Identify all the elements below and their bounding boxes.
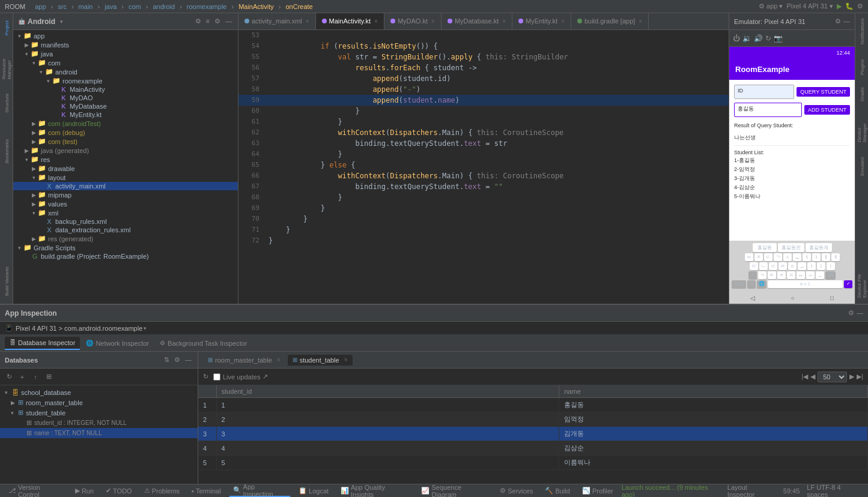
kbd-ㅔ[interactable]: ㅔ [831,253,840,261]
phone-name-input[interactable]: 홍길동 [734,103,802,117]
db-expand-icon[interactable]: ⊞ [43,372,54,382]
tab-activity-main[interactable]: activity_main.xml × [238,13,316,29]
status-profiler[interactable]: 📉 Profiler [578,484,617,497]
status-problems[interactable]: ⚠ Problems [141,484,183,497]
tab-close-activity-main[interactable]: × [306,18,309,25]
kbd-ㅛ[interactable]: ㅛ [793,253,801,261]
kbd-ㅎ[interactable]: ㅎ [788,262,797,270]
inspection-minimize-icon[interactable]: — [857,309,863,317]
tree-drawable[interactable]: ▶ 📁 drawable [13,164,238,173]
device-dropdown-arrow[interactable]: ▾ [144,325,147,331]
kbd-shift[interactable]: ⇧ [748,271,757,279]
kbd-ㅂ[interactable]: ㅂ [745,253,753,261]
device-file-explorer-icon[interactable]: Device File Explorer [855,256,869,298]
status-build[interactable]: 🔨 Build [541,484,573,497]
volume-up-icon[interactable]: 🔊 [754,34,763,43]
kbd-enter[interactable]: ✓ [844,280,852,288]
bookmarks-icon[interactable]: Bookmarks [0,139,13,163]
kbd-ㅇ[interactable]: ㅇ [769,262,777,270]
data-tab-student[interactable]: ⊞ student_table × [288,355,353,366]
kbd-ㅕ[interactable]: ㅕ [803,253,811,261]
phone-add-button[interactable]: ADD STUDENT [804,105,850,115]
status-sequence[interactable]: 📈 Sequence Diagram [417,484,491,497]
live-updates-checkbox[interactable] [213,373,220,381]
table-row[interactable]: 4 4 김삼순 [198,441,868,456]
kbd-ㅁ[interactable]: ㅁ [750,262,758,270]
phone-recents-btn[interactable]: □ [830,295,834,301]
inspection-settings-icon[interactable]: ⚙ [848,309,854,317]
phone-home-btn[interactable]: ○ [791,295,794,301]
status-terminal[interactable]: ▪ Terminal [188,484,224,497]
tree-values[interactable]: ▶ 📁 values [13,199,238,208]
student-tab-close[interactable]: × [344,357,348,363]
emulator-settings-icon[interactable]: ⚙ [835,17,841,25]
db-settings-icon[interactable]: ⚙ [173,355,181,365]
tree-android[interactable]: ▾ 📁 android [13,67,238,76]
tree-com[interactable]: ▾ 📁 com [13,58,238,67]
hide-icon[interactable]: — [224,16,233,26]
tree-backup-rules[interactable]: ▶ X backup_rules.xml [13,217,238,226]
pager-size-select[interactable]: 50 100 [818,372,847,382]
tab-close-mydao[interactable]: × [431,18,435,25]
tree-mainactivity[interactable]: ▶ K MainActivity [13,85,238,94]
tree-mydatabase[interactable]: ▶ K MyDatabase [13,102,238,110]
tree-manifests[interactable]: ▶ 📁 manifests [13,40,238,49]
table-row[interactable]: 5 5 이름뭐나 [198,456,868,470]
tree-mydao[interactable]: ▶ K MyDAO [13,94,238,102]
tree-myentity[interactable]: ▶ K MyEntity.kt [13,110,238,119]
tab-close-mydatabase[interactable]: × [502,18,506,25]
emulator-minimize-icon[interactable]: — [843,17,850,25]
kbd-ㅊ[interactable]: ㅊ [777,271,786,279]
status-version-control[interactable]: ⎇ Version Control [5,484,67,497]
build-variants-icon[interactable]: Build Variants [0,265,13,298]
phone-query-button[interactable]: QUERY STUDENT [797,87,850,97]
db-toolbar-refresh-icon[interactable]: ↻ [203,373,208,381]
debug-button[interactable]: 🐛 [845,2,854,10]
sync-icon[interactable]: ⚙ [194,16,202,26]
kbd-123[interactable]: ?123 [732,280,746,288]
gradle-icon[interactable]: Gradle [855,85,869,103]
collapse-icon[interactable]: ≡ [205,16,211,26]
tab-build-gradle[interactable]: build.gradle [app] × [571,13,649,29]
volume-down-icon[interactable]: 🔉 [742,34,751,43]
tree-mipmap[interactable]: ▶ 📁 mipmap [13,190,238,199]
table-row[interactable]: 2 2 임꺽정 [198,412,868,427]
status-todo[interactable]: ✔ TODO [102,484,136,497]
device-manager-icon[interactable]: Device Manager [855,109,869,142]
kbd-ㅏ[interactable]: ㅏ [817,262,825,270]
kbd-suggest-1[interactable]: 홍길동 [753,243,777,252]
kbd-ㅣ[interactable]: ㅣ [827,262,835,270]
kbd-ㅌ[interactable]: ㅌ [768,271,776,279]
tree-build-gradle[interactable]: ▶ G build.gradle (Project: RoomExample) [13,252,238,261]
tree-xml-folder[interactable]: ▾ 📁 xml [13,208,238,217]
kbd-backspace[interactable]: ⌫ [825,271,836,279]
tree-res-generated[interactable]: ▶ 📁 res (generated) [13,234,238,243]
tab-close-myentity[interactable]: × [561,18,565,25]
table-row[interactable]: 1 1 홍길동 [198,398,868,412]
db-add-icon[interactable]: + [17,372,28,382]
plugins-icon[interactable]: Plugins [855,55,869,79]
layout-inspector-btn[interactable]: Layout Inspector [727,484,776,498]
tab-network-inspector[interactable]: 🌐 Network Inspector [81,337,154,349]
db-filter-icon[interactable]: ⇅ [163,355,171,365]
tab-mainactivity[interactable]: MainActivity.kt × [316,13,384,29]
tab-mydao[interactable]: MyDAO.kt × [384,13,442,29]
device-label[interactable]: Pixel 4 API 31 > com.android.roomexample [16,325,142,332]
code-view[interactable]: 53 54 if (results.isNotEmpty()) { 55 val… [238,30,729,304]
tab-close-mainactivity[interactable]: × [374,18,378,25]
kbd-ㄱ[interactable]: ㄱ [774,253,782,261]
kbd-ㅈ[interactable]: ㅈ [754,253,763,261]
tree-com-test[interactable]: ▶ 📁 com (test) [13,137,238,146]
kbd-ㅜ[interactable]: ㅜ [806,271,815,279]
kbd-ㄴ[interactable]: ㄴ [759,262,768,270]
resource-manager-icon[interactable]: Resource Manager [0,43,13,79]
tab-close-build-gradle[interactable]: × [639,18,642,25]
tab-myentity[interactable]: MyEntity.kt × [512,13,571,29]
tree-res[interactable]: ▾ 📁 res [13,155,238,164]
kbd-suggest-2[interactable]: 홍길동전 [778,243,804,252]
db-refresh-icon[interactable]: ↻ [4,372,14,382]
phone-id-input[interactable]: ID [734,85,794,99]
status-logcat[interactable]: 📋 Logcat [295,484,332,497]
settings-icon[interactable]: ⚙ [213,16,222,26]
pager-last-btn[interactable]: ▶| [857,373,863,381]
